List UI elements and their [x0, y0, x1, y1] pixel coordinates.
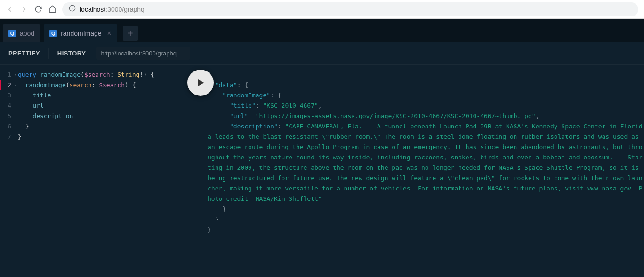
- tab-randomimage[interactable]: Q randomImage ×: [44, 24, 117, 42]
- execute-button[interactable]: [187, 70, 214, 96]
- prettify-button[interactable]: PRETTIFY: [4, 47, 45, 60]
- info-icon: [69, 5, 76, 14]
- tab-label: apod: [20, 30, 34, 37]
- history-button[interactable]: HISTORY: [53, 47, 91, 60]
- home-button[interactable]: [48, 5, 56, 14]
- graphql-icon: Q: [49, 30, 57, 37]
- reload-button[interactable]: [34, 5, 42, 14]
- graphql-icon: Q: [8, 30, 16, 37]
- browser-bar: localhost:3000/graphql: [0, 0, 644, 19]
- query-code[interactable]: query randomImage($search: String!) { ra…: [18, 65, 200, 277]
- back-button[interactable]: [6, 5, 14, 14]
- result-viewer[interactable]: ▾ ▾ ▾ { "data": { "randomImage": { "titl…: [200, 65, 644, 277]
- url-bar[interactable]: localhost:3000/graphql: [62, 2, 638, 16]
- url-text: localhost:3000/graphql: [80, 6, 146, 13]
- forward-button[interactable]: [20, 5, 28, 14]
- close-icon[interactable]: ×: [107, 29, 112, 38]
- svg-marker-3: [198, 79, 204, 87]
- line-gutter: 1 2 3 4 5 6 7 ▾ ▾: [0, 65, 14, 277]
- tab-bar: Q apod Q randomImage × +: [0, 19, 644, 42]
- divider: [48, 48, 49, 59]
- toolbar: PRETTIFY HISTORY http://localhost:3000/g…: [0, 42, 644, 65]
- result-json: ▾ ▾ ▾ { "data": { "randomImage": { "titl…: [208, 65, 644, 277]
- query-editor[interactable]: 1 2 3 4 5 6 7 ▾ ▾ query randomImage($sea…: [0, 65, 200, 277]
- tab-label: randomImage: [61, 30, 101, 37]
- fold-icon[interactable]: ▾: [15, 70, 17, 80]
- add-tab-button[interactable]: +: [123, 26, 138, 41]
- tab-apod[interactable]: Q apod: [3, 24, 40, 42]
- endpoint-input[interactable]: http://localhost:3000/graphql: [96, 47, 190, 60]
- graphql-playground: Q apod Q randomImage × + PRETTIFY HISTOR…: [0, 19, 644, 277]
- editor-panes: 1 2 3 4 5 6 7 ▾ ▾ query randomImage($sea…: [0, 65, 644, 277]
- fold-icon[interactable]: ▾: [15, 80, 17, 90]
